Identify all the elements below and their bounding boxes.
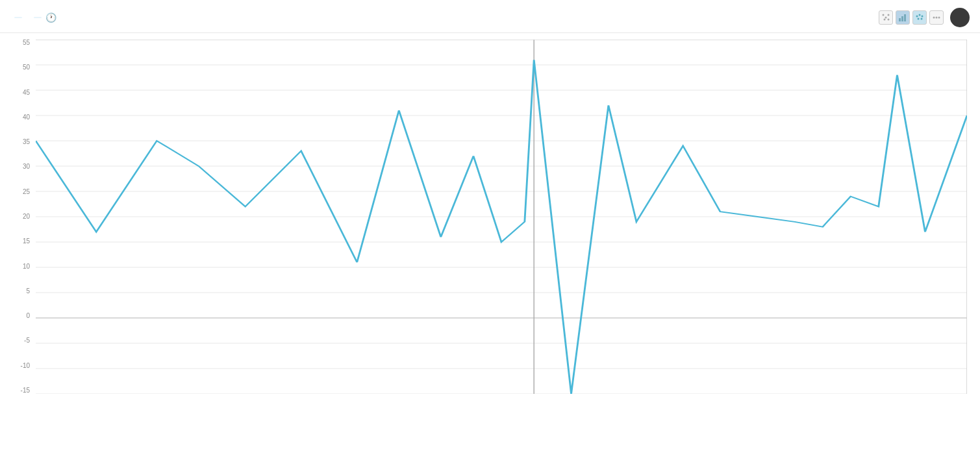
y-tick-labels: 5550454035302520151050-5-10-15 [13, 40, 32, 394]
y-tick: 35 [13, 139, 32, 145]
x-value[interactable] [34, 17, 42, 18]
y-tick: 5 [13, 288, 32, 295]
y-axis-label [0, 40, 13, 420]
scatter-icon-1[interactable] [879, 10, 893, 25]
svg-rect-5 [899, 18, 901, 21]
svg-point-10 [922, 16, 923, 18]
header-right [866, 8, 970, 27]
y-tick: 30 [13, 164, 32, 170]
header-left: 🕐 [10, 12, 72, 23]
svg-point-15 [938, 17, 940, 19]
svg-point-2 [888, 14, 890, 16]
y-tick: 55 [13, 40, 32, 46]
svg-point-12 [921, 18, 923, 20]
y-tick: -15 [13, 387, 32, 394]
y-value[interactable] [14, 17, 22, 18]
svg-rect-7 [904, 14, 906, 21]
chart-inner: 2019年2020年 5550454035302520151050-5-10-1… [13, 40, 967, 420]
y-tick: -10 [13, 363, 32, 369]
next-button[interactable] [950, 8, 970, 27]
svg-point-13 [933, 17, 935, 19]
y-tick: -5 [13, 337, 32, 344]
svg-point-1 [885, 17, 887, 19]
clock-icon: 🕐 [45, 12, 57, 23]
y-tick: 20 [13, 213, 32, 220]
svg-point-3 [884, 19, 886, 21]
chart-area: 2019年2020年 5550454035302520151050-5-10-1… [0, 33, 980, 446]
y-tick: 45 [13, 90, 32, 96]
y-tick: 40 [13, 114, 32, 121]
svg-point-0 [883, 14, 885, 16]
svg-rect-6 [901, 16, 903, 21]
y-tick: 50 [13, 64, 32, 71]
icon-group [879, 10, 944, 25]
y-tick: 25 [13, 189, 32, 195]
y-tick: 0 [13, 313, 32, 319]
header: 🕐 [0, 0, 980, 33]
svg-point-9 [919, 14, 921, 16]
svg-point-8 [916, 16, 918, 18]
chart-icon[interactable] [896, 10, 910, 25]
y-tick: 15 [13, 238, 32, 245]
svg-point-14 [936, 17, 938, 19]
svg-point-4 [888, 19, 890, 21]
svg-point-11 [918, 18, 920, 20]
dots-icon[interactable] [929, 10, 944, 25]
y-tick: 10 [13, 263, 32, 270]
scatter-icon-2[interactable] [912, 10, 927, 25]
